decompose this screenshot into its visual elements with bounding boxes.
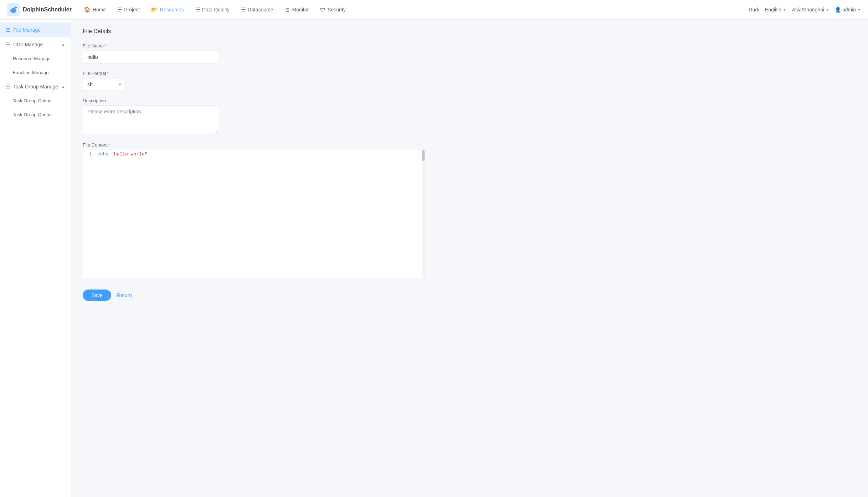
timezone-label: Asia/Shanghai xyxy=(792,7,824,12)
description-label: Description xyxy=(83,98,857,103)
nav-datasource[interactable]: ☰ Datasource xyxy=(236,4,278,15)
user-label: admin xyxy=(842,7,856,12)
editor-scrollbar[interactable] xyxy=(422,150,425,278)
code-line-1: 1 echo "hello world" xyxy=(83,150,425,158)
file-content-label: File Content * xyxy=(83,142,857,148)
file-format-label: File Format * xyxy=(83,71,857,76)
file-name-input[interactable] xyxy=(83,51,218,63)
nav-security[interactable]: 🛡 Security xyxy=(315,5,351,15)
file-name-required: * xyxy=(104,43,106,48)
sidebar-item-file-manage[interactable]: ☰ File Manage xyxy=(0,22,71,37)
nav-project[interactable]: ☰ Project xyxy=(112,4,145,15)
udf-collapse-icon: ▲ xyxy=(61,42,65,47)
task-group-manage-icon: ☰ xyxy=(6,84,10,89)
datasource-icon: ☰ xyxy=(241,6,246,13)
nav-data-quality[interactable]: ☰ Data Quality xyxy=(190,4,235,15)
language-selector[interactable]: English ▼ xyxy=(765,7,786,12)
udf-manage-label: UDF Manage xyxy=(13,42,43,47)
data-quality-icon: ☰ xyxy=(195,6,200,13)
sidebar: ☰ File Manage ☰ UDF Manage ▲ Resource Ma… xyxy=(0,20,71,497)
task-group-manage-label: Task Group Manage xyxy=(13,84,58,89)
user-chevron-icon: ▼ xyxy=(857,8,861,12)
function-manage-label: Function Manage xyxy=(13,70,48,75)
theme-label: Dark xyxy=(749,7,759,12)
security-icon: 🛡 xyxy=(320,7,325,13)
line-number-1: 1 xyxy=(83,152,97,157)
sidebar-file-manage-label: File Manage xyxy=(13,27,41,33)
resources-icon: 📂 xyxy=(151,6,158,13)
main-content: File Details File Name * File Format * s xyxy=(71,20,868,497)
nav-resources[interactable]: 📂 Resources xyxy=(146,4,189,15)
file-name-group: File Name * xyxy=(83,43,857,63)
save-button[interactable]: Save xyxy=(83,290,111,301)
file-content-required: * xyxy=(108,142,110,148)
sidebar-group-udf-manage[interactable]: ☰ UDF Manage ▲ xyxy=(0,37,71,52)
return-button[interactable]: Return xyxy=(117,292,132,298)
file-manage-icon: ☰ xyxy=(6,27,10,33)
nav-monitor[interactable]: 🖥 Monitor xyxy=(279,5,314,15)
navbar-right: Dark English ▼ Asia/Shanghai ▼ 👤 admin ▼ xyxy=(749,7,861,12)
task-group-collapse-icon: ▲ xyxy=(61,84,65,89)
navbar: DolphinScheduler 🏠 Home ☰ Project 📂 Reso… xyxy=(0,0,868,20)
code-cmd: echo xyxy=(97,152,108,157)
user-icon: 👤 xyxy=(835,7,841,12)
file-content-group: File Content * 1 echo "hello world" xyxy=(83,142,857,278)
theme-toggle[interactable]: Dark xyxy=(749,7,759,12)
form-actions: Save Return xyxy=(83,290,857,301)
sidebar-item-function-manage[interactable]: Function Manage xyxy=(0,66,71,80)
description-textarea[interactable] xyxy=(83,106,218,134)
file-format-group: File Format * sh txt py java sql ▼ xyxy=(83,71,857,91)
nav-home[interactable]: 🏠 Home xyxy=(79,4,111,15)
layout: ☰ File Manage ☰ UDF Manage ▲ Resource Ma… xyxy=(0,20,868,497)
home-icon: 🏠 xyxy=(84,6,91,13)
task-group-option-label: Task Group Option xyxy=(13,98,51,103)
task-group-queue-label: Task Group Queue xyxy=(13,112,52,117)
brand-logo-link[interactable]: DolphinScheduler xyxy=(7,3,72,16)
page-title: File Details xyxy=(83,28,857,35)
line-content-1: echo "hello world" xyxy=(97,152,147,157)
file-format-required: * xyxy=(107,71,109,76)
sidebar-item-task-group-option[interactable]: Task Group Option xyxy=(0,94,71,108)
monitor-icon: 🖥 xyxy=(284,7,290,13)
timezone-chevron-icon: ▼ xyxy=(826,8,829,12)
nav-menu: 🏠 Home ☰ Project 📂 Resources ☰ Data Qual… xyxy=(79,4,749,15)
description-group: Description xyxy=(83,98,857,135)
sidebar-group-task-group-manage[interactable]: ☰ Task Group Manage ▲ xyxy=(0,80,71,94)
project-icon: ☰ xyxy=(117,6,122,13)
svg-point-1 xyxy=(15,7,16,9)
code-editor[interactable]: 1 echo "hello world" xyxy=(83,150,425,278)
sidebar-item-resource-manage[interactable]: Resource Manage xyxy=(0,52,71,66)
sidebar-item-task-group-queue[interactable]: Task Group Queue xyxy=(0,108,71,122)
language-label: English xyxy=(765,7,781,12)
dolphin-scheduler-logo xyxy=(7,3,20,16)
file-name-label: File Name * xyxy=(83,43,857,48)
language-chevron-icon: ▼ xyxy=(783,8,786,12)
editor-scrollbar-thumb xyxy=(422,150,425,161)
resource-manage-label: Resource Manage xyxy=(13,56,51,61)
timezone-selector[interactable]: Asia/Shanghai ▼ xyxy=(792,7,829,12)
file-details-form: File Name * File Format * sh txt py java xyxy=(83,43,857,301)
udf-manage-icon: ☰ xyxy=(6,42,10,47)
user-menu[interactable]: 👤 admin ▼ xyxy=(835,7,861,12)
file-format-select-wrapper: sh txt py java sql ▼ xyxy=(83,78,125,91)
file-format-select[interactable]: sh txt py java sql xyxy=(83,78,125,91)
code-string: "hello world" xyxy=(111,152,147,157)
brand-name: DolphinScheduler xyxy=(23,6,72,13)
